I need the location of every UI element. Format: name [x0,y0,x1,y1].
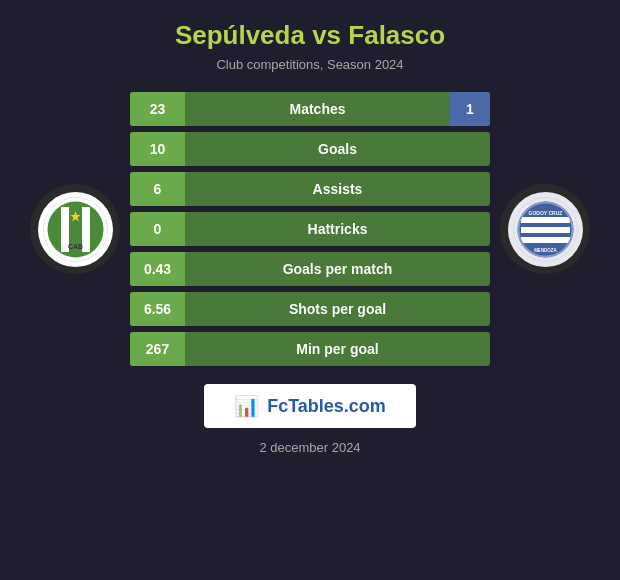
stat-label-min-per-goal: Min per goal [185,341,490,357]
stat-label-matches: Matches [185,101,450,117]
stat-left-hattricks: 0 [130,212,185,246]
stat-row-min-per-goal: 267 Min per goal [130,332,490,366]
right-club-logo: GODOY CRUZ MENDOZA [500,184,590,274]
stat-row-matches: 23 Matches 1 [130,92,490,126]
stat-row-goals: 10 Goals [130,132,490,166]
svg-rect-8 [521,217,570,223]
fctables-logo-text: FcTables.com [267,396,386,417]
stat-left-min-per-goal: 267 [130,332,185,366]
page-title: Sepúlveda vs Falasco [175,20,445,51]
svg-text:CAB: CAB [67,243,82,250]
footer-date: 2 december 2024 [259,440,360,455]
fctables-banner: 📊 FcTables.com [204,384,416,428]
svg-text:MENDOZA: MENDOZA [534,248,557,253]
fctables-icon: 📊 [234,394,259,418]
stat-left-goals: 10 [130,132,185,166]
stat-right-matches: 1 [450,92,490,126]
stat-label-assists: Assists [185,181,490,197]
svg-text:GODOY CRUZ: GODOY CRUZ [528,210,562,216]
stat-label-shots-per-goal: Shots per goal [185,301,490,317]
left-club-logo: CAB [30,184,120,274]
stat-left-assists: 6 [130,172,185,206]
svg-rect-3 [82,207,90,252]
stat-row-goals-per-match: 0.43 Goals per match [130,252,490,286]
main-content: CAB 23 Matches 1 10 Goals 6 Assists [15,92,605,366]
stat-label-hattricks: Hattricks [185,221,490,237]
stat-label-goals: Goals [185,141,490,157]
svg-rect-9 [521,227,570,233]
stat-row-hattricks: 0 Hattricks [130,212,490,246]
stats-container: 23 Matches 1 10 Goals 6 Assists 0 Hattri… [130,92,490,366]
stat-left-shots-per-goal: 6.56 [130,292,185,326]
stat-left-goals-per-match: 0.43 [130,252,185,286]
page-container: Sepúlveda vs Falasco Club competitions, … [0,0,620,580]
svg-rect-10 [521,237,570,243]
page-subtitle: Club competitions, Season 2024 [216,57,403,72]
stat-label-goals-per-match: Goals per match [185,261,490,277]
stat-left-matches: 23 [130,92,185,126]
stat-row-assists: 6 Assists [130,172,490,206]
stat-row-shots-per-goal: 6.56 Shots per goal [130,292,490,326]
